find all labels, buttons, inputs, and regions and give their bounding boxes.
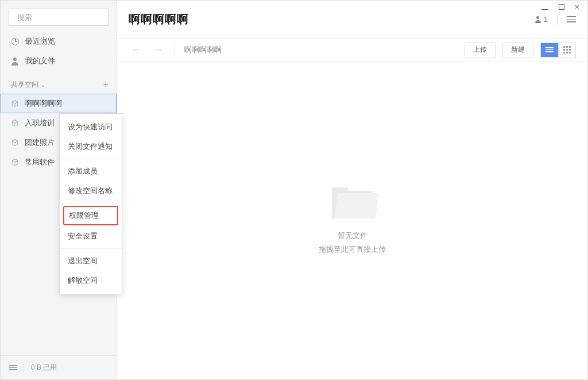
main-header: 啊啊啊啊啊 1 [117, 1, 587, 39]
menu-rename[interactable]: 修改空间名称 [60, 181, 122, 201]
space-label: 入职培训 [25, 118, 55, 128]
empty-title: 暂无文件 [319, 229, 386, 242]
space-label: 团建照片 [25, 137, 55, 148]
upload-button[interactable]: 上传 [465, 43, 496, 57]
toolbar: ← → 啊啊啊啊啊 上传 新建 [117, 39, 587, 62]
cube-icon [11, 99, 19, 108]
search-input[interactable] [17, 13, 114, 22]
menu-close-notify[interactable]: 关闭文件通知 [60, 137, 122, 156]
section-header: 共享空间 ⌄ + [1, 75, 117, 94]
new-button[interactable]: 新建 [502, 43, 533, 57]
menu-quick-access[interactable]: 设为快速访问 [60, 117, 122, 137]
minimize-button[interactable] [541, 2, 548, 11]
maximize-button[interactable] [559, 2, 564, 11]
menu-dissolve[interactable]: 解散空间 [60, 271, 122, 290]
empty-text: 暂无文件 拖拽至此可直接上传 [319, 229, 386, 256]
close-button[interactable]: × [575, 2, 579, 11]
menu-permissions[interactable]: 权限管理 [63, 206, 118, 225]
grid-view-button[interactable] [558, 43, 575, 57]
forward-button[interactable]: → [150, 44, 165, 56]
list-view-button[interactable] [541, 43, 558, 57]
cube-icon [11, 158, 19, 166]
menu-icon[interactable] [9, 365, 17, 370]
space-label: 啊啊啊啊啊 [25, 98, 62, 109]
menu-separator [60, 203, 122, 204]
member-count[interactable]: 1 [535, 15, 548, 24]
view-toggle [540, 43, 576, 57]
sidebar-footer: 0 B 已用 [1, 355, 117, 379]
clock-icon [11, 37, 20, 46]
divider [557, 14, 558, 25]
add-space-button[interactable]: + [103, 79, 109, 90]
space-label: 常用软件 [25, 157, 55, 167]
person-icon [535, 16, 541, 23]
context-menu: 设为快速访问 关闭文件通知 添加成员 修改空间名称 权限管理 安全设置 退出空间… [59, 113, 122, 294]
sidebar-item-space-0[interactable]: 啊啊啊啊啊 [1, 94, 117, 113]
menu-security[interactable]: 安全设置 [60, 227, 122, 246]
chevron-down-icon: ⌄ [41, 82, 45, 88]
section-title-label: 共享空间 [11, 80, 38, 90]
main: 啊啊啊啊啊 1 ← → 啊啊啊啊啊 上传 新建 [117, 1, 587, 379]
person-icon [11, 57, 20, 66]
cube-icon [11, 119, 19, 127]
nav-recent[interactable]: 最近浏览 [1, 32, 117, 51]
breadcrumb[interactable]: 啊啊啊啊啊 [184, 45, 222, 55]
search-box[interactable] [9, 9, 109, 26]
grid-icon [563, 46, 571, 53]
content-area[interactable]: 暂无文件 拖拽至此可直接上传 [117, 62, 587, 379]
page-title: 啊啊啊啊啊 [129, 11, 189, 27]
section-toggle[interactable]: 共享空间 ⌄ [11, 80, 45, 90]
storage-text: 0 B 已用 [31, 363, 57, 373]
nav-myfiles[interactable]: 我的文件 [1, 51, 117, 71]
list-icon [546, 47, 554, 52]
menu-add-member[interactable]: 添加成员 [60, 162, 122, 181]
empty-folder-icon [332, 185, 373, 218]
empty-subtitle: 拖拽至此可直接上传 [319, 243, 386, 256]
more-menu-icon[interactable] [567, 16, 576, 22]
divider [175, 45, 175, 55]
nav-recent-label: 最近浏览 [25, 36, 55, 47]
menu-separator [60, 248, 122, 249]
divider [24, 364, 24, 372]
menu-exit[interactable]: 退出空间 [60, 251, 122, 271]
cube-icon [11, 139, 19, 147]
member-count-value: 1 [544, 15, 548, 24]
menu-separator [60, 159, 122, 159]
nav-myfiles-label: 我的文件 [25, 56, 55, 66]
back-button[interactable]: ← [129, 44, 144, 56]
